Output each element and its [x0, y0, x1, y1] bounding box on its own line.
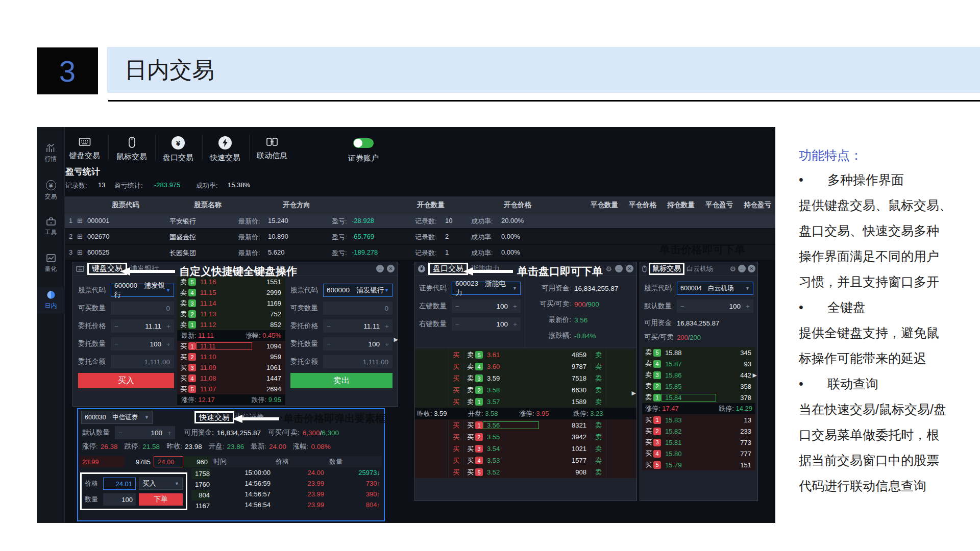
- price[interactable]: 3.58: [483, 386, 519, 394]
- price[interactable]: 15.81: [661, 439, 697, 446]
- price[interactable]: 15.82: [661, 428, 697, 435]
- amount-field[interactable]: 1,111.00: [323, 355, 393, 368]
- book-row[interactable]: 卖111.12852: [177, 319, 285, 330]
- stepper-minus-icon[interactable]: −: [455, 320, 459, 328]
- buy-link[interactable]: 买: [449, 444, 464, 454]
- price[interactable]: 15.87: [661, 360, 697, 368]
- book-row[interactable]: 卖515.88345: [642, 347, 755, 358]
- tab-mouse-trade[interactable]: 鼠标交易: [107, 136, 156, 162]
- sell-link[interactable]: 卖: [591, 362, 606, 371]
- book-row[interactable]: 卖311.141169: [177, 298, 285, 309]
- price[interactable]: 3.61: [483, 351, 519, 359]
- sell-link[interactable]: 卖: [591, 433, 606, 442]
- book-row[interactable]: 卖315.86442: [642, 369, 755, 381]
- book-row[interactable]: 买211.10959: [177, 352, 285, 362]
- sell-link[interactable]: 卖: [591, 421, 606, 430]
- book-row[interactable]: 买315.81773: [642, 437, 755, 448]
- book-row[interactable]: 买111.111094: [177, 341, 285, 352]
- price[interactable]: 11.16: [196, 278, 232, 286]
- price[interactable]: 11.14: [196, 299, 232, 307]
- price[interactable]: 11.10: [196, 353, 232, 361]
- price[interactable]: 3.53: [483, 457, 519, 464]
- price[interactable]: 3.55: [483, 433, 519, 441]
- expand-handle-icon[interactable]: ▶: [753, 372, 757, 379]
- price[interactable]: 15.85: [661, 383, 697, 390]
- book-row[interactable]: 买215.82233: [642, 425, 755, 437]
- price[interactable]: 15.83: [661, 416, 697, 424]
- book-row[interactable]: 买311.091061: [177, 362, 285, 373]
- book-row[interactable]: 卖415.8793: [642, 358, 755, 369]
- available-qty-field[interactable]: 0: [323, 302, 393, 315]
- stepper-minus-icon[interactable]: −: [327, 322, 331, 330]
- price[interactable]: 11.09: [196, 364, 232, 371]
- stepper-minus-icon[interactable]: −: [327, 340, 331, 348]
- sell-link[interactable]: 卖: [591, 444, 606, 454]
- book-row[interactable]: 卖115.84378: [642, 392, 755, 403]
- sell-link[interactable]: 卖: [591, 386, 606, 395]
- stock-code-select[interactable]: 600000 浦发银行▼: [323, 284, 393, 297]
- left-click-qty-stepper[interactable]: −100+: [452, 299, 521, 313]
- expand-handle-icon[interactable]: ▶: [632, 390, 636, 396]
- toggle-on-icon[interactable]: [353, 138, 374, 148]
- buy-link[interactable]: 买: [449, 374, 464, 383]
- book-row[interactable]: 卖215.85358: [642, 381, 755, 392]
- stepper-plus-icon[interactable]: +: [513, 320, 517, 328]
- expand-handle-icon[interactable]: ▶: [394, 336, 398, 343]
- price[interactable]: 11.11: [196, 342, 252, 350]
- price[interactable]: 15.84: [661, 394, 716, 402]
- buy-link[interactable]: 买: [449, 350, 464, 360]
- price[interactable]: 15.88: [661, 349, 697, 357]
- submit-order-button[interactable]: 下单: [139, 493, 183, 506]
- stock-code-select[interactable]: 600023 浙能电力▼: [452, 282, 521, 295]
- bid-price[interactable]: 23.99: [79, 456, 124, 467]
- stepper-plus-icon[interactable]: +: [746, 303, 750, 310]
- stepper-minus-icon[interactable]: −: [118, 429, 122, 437]
- sidebar-item-trade[interactable]: ¥ 交易: [37, 177, 65, 204]
- book-row[interactable]: 买415.80777: [642, 448, 755, 459]
- buy-link[interactable]: 买: [449, 421, 464, 430]
- price-stepper[interactable]: −11.11+: [323, 319, 393, 333]
- stepper-minus-icon[interactable]: −: [680, 303, 684, 310]
- gear-icon[interactable]: ⚙: [605, 265, 612, 273]
- sell-link[interactable]: 卖: [591, 397, 606, 407]
- price[interactable]: 15.80: [661, 450, 697, 458]
- account-toggle-item[interactable]: 证券账户: [339, 136, 388, 163]
- stock-code-select[interactable]: 600004 白云机场▼: [677, 282, 753, 295]
- sidebar-item-intraday[interactable]: 日内: [37, 287, 65, 313]
- close-icon[interactable]: ✕: [626, 265, 633, 272]
- sell-link[interactable]: 卖: [591, 350, 606, 360]
- price[interactable]: 3.59: [483, 374, 519, 382]
- tab-orderbook-trade[interactable]: ¥ 盘口交易: [154, 136, 203, 163]
- sell-link[interactable]: 卖: [591, 374, 606, 383]
- price[interactable]: 3.54: [483, 445, 519, 453]
- qty-stepper[interactable]: −100+: [111, 337, 174, 350]
- qty-input[interactable]: 100: [103, 493, 136, 506]
- buy-link[interactable]: 买: [449, 362, 464, 371]
- price[interactable]: 15.86: [661, 371, 697, 379]
- buy-link[interactable]: 买: [449, 386, 464, 395]
- price[interactable]: 11.12: [196, 321, 232, 329]
- minimize-icon[interactable]: –: [376, 265, 384, 272]
- buy-link[interactable]: 买: [449, 468, 464, 477]
- qty-stepper[interactable]: −100+: [323, 337, 393, 350]
- stock-code-select[interactable]: 600000 浦发银行▼: [111, 284, 174, 297]
- tab-quick-trade[interactable]: 快速交易: [201, 136, 250, 163]
- tree-expand-icon[interactable]: ⊞: [77, 217, 83, 224]
- price[interactable]: 11.15: [196, 289, 232, 296]
- stepper-plus-icon[interactable]: +: [513, 303, 517, 310]
- close-icon[interactable]: ✕: [387, 265, 395, 272]
- tree-expand-icon[interactable]: ⊞: [77, 248, 83, 256]
- stock-code-select[interactable]: 600030 中信证券▼: [81, 411, 153, 424]
- default-qty-stepper[interactable]: −100+: [115, 426, 175, 439]
- price[interactable]: 11.07: [196, 385, 232, 393]
- ask-price[interactable]: 24.00: [154, 456, 183, 467]
- price[interactable]: 3.57: [483, 398, 519, 406]
- buy-link[interactable]: 买: [449, 397, 464, 407]
- stepper-minus-icon[interactable]: −: [114, 322, 118, 330]
- close-icon[interactable]: ✕: [748, 265, 755, 272]
- stepper-plus-icon[interactable]: +: [166, 340, 170, 348]
- price-input[interactable]: 24.01: [103, 478, 136, 490]
- available-qty-field[interactable]: 0: [111, 302, 174, 315]
- stepper-plus-icon[interactable]: +: [166, 322, 170, 330]
- default-qty-stepper[interactable]: −100+: [677, 299, 753, 313]
